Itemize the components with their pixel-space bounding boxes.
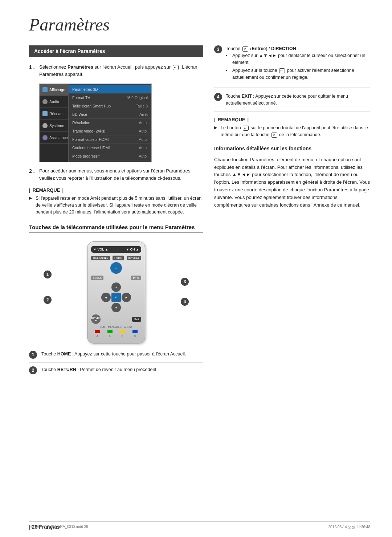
enter-icon-5 (271, 133, 277, 138)
callout-1: 1 (44, 270, 52, 278)
feature-callout-2: 2 (29, 366, 37, 374)
sidebar-reseau: Réseau (40, 108, 68, 120)
btn-a-label: A (97, 335, 98, 337)
remarque-title-2: | REMARQUE | (214, 117, 370, 122)
remarque-block-1: | REMARQUE | ▶ Si l'appareil reste en mo… (29, 187, 203, 215)
feature-row-2: 2 Touche RETURN : Permet de revenir au m… (29, 363, 203, 378)
bullet-icon-2: • (226, 67, 230, 81)
setting-row-smart: Taille écran Smart Hub Taille 3 (69, 102, 151, 110)
nav-up-btn: ▲ (111, 282, 121, 292)
setting-value: Auto. (139, 129, 148, 133)
display-icon (42, 87, 48, 92)
sub-label-1: SUB (100, 326, 105, 328)
setting-value: Auto. (139, 121, 148, 125)
color-buttons-row (91, 330, 141, 333)
btn-b-green (107, 330, 113, 333)
remarque-title-1: | REMARQUE | (29, 187, 203, 193)
btn-d-label: D (134, 335, 136, 337)
reseau-icon (42, 111, 48, 116)
right-callout-4: 4 (214, 93, 222, 101)
bullet-arrow-icon: ▶ (29, 195, 33, 215)
nav-center-btn: ↵ (111, 293, 121, 302)
page: Paramètres Accéder à l'écran Paramètres … (0, 0, 392, 537)
settings-sidebar: Affichage Audio Réseau Système (40, 84, 69, 162)
enter-icon-1 (173, 65, 179, 70)
btn-c-label: C (121, 335, 123, 337)
callout-2: 2 (44, 296, 52, 304)
btn-a-red (95, 330, 100, 333)
systeme-icon (42, 123, 48, 128)
page-number: 26 (32, 524, 38, 530)
remote-row-return: RETURN ↩ ExIt (91, 314, 141, 324)
sidebar-systeme: Système (40, 120, 68, 132)
bullet-arrow-icon-2: ▶ (214, 125, 219, 138)
btn-b-label: B (109, 335, 111, 337)
setting-row-3d: Paramètres 3D (69, 85, 151, 94)
remote-top-bar: ▼ VOL ▲ | ▼ CH ▲ (91, 246, 141, 253)
info-section-text: Chaque fonction Paramètres, élément de m… (214, 156, 370, 209)
setting-label: Taille écran Smart Hub (72, 104, 111, 108)
sub-label-3: MG.ST (124, 326, 132, 328)
smart-hub-row: ⌂ (91, 262, 141, 274)
tools-btn: TOOLS (91, 276, 103, 280)
settings-content: Paramètres 3D Format TV 16:9 Original Ta… (69, 84, 151, 162)
remote-row-home: FULL SCREEN HOME IN TYPE+2 (91, 256, 141, 260)
setting-row-couleur: Couleur intense HDMI Auto. (69, 144, 151, 152)
step-1-content: Sélectionnez Paramètres sur l'écran Accu… (39, 64, 203, 78)
callout-2-marker: 2 (44, 296, 52, 304)
setting-label: Trame vidéo (24Fs) (72, 129, 105, 133)
setting-label: Mode progressif (72, 154, 99, 158)
btn-d-blue (132, 330, 138, 333)
section-heading: Accéder à l'écran Paramètres (29, 45, 203, 57)
fullscreen-btn: FULL SCREEN (91, 256, 110, 260)
ch-label: ▼ CH ▲ (126, 248, 139, 251)
intype-btn: IN TYPE+2 (127, 256, 141, 260)
step-2: 2 . Pour accéder aux menus, sous-menus e… (29, 167, 203, 182)
feature-callout-1: 1 (29, 351, 37, 359)
setting-row-trame: Trame vidéo (24Fs) Auto. (69, 127, 151, 135)
setting-label: Couleur intense HDMI (72, 146, 110, 150)
right-content-3: Touche (Entrée) / DIRECTION : • Appuyez … (226, 45, 370, 82)
audio-icon (42, 99, 48, 104)
sub-label-2: MENU/REC (108, 326, 121, 328)
main-content: Accéder à l'écran Paramètres 1 . Sélecti… (29, 45, 370, 378)
smart-hub-btn: ⌂ (110, 262, 122, 274)
language-label: Français (39, 524, 60, 530)
left-column: Accéder à l'écran Paramètres 1 . Sélecti… (29, 45, 203, 378)
setting-value: Arrêt (139, 112, 148, 117)
settings-menu-screenshot: Affichage Audio Réseau Système (39, 84, 152, 162)
btn-c-yellow (120, 330, 125, 333)
feature-row-1: 1 Touche HOME : Appuyez sur cette touche… (29, 347, 203, 363)
setting-value: Auto. (139, 154, 148, 158)
direction-list: • Appuyez sur ▲▼◄► pour déplacer le curs… (226, 52, 370, 81)
exit-btn: ExIt (132, 317, 141, 322)
enter-icon-4 (243, 126, 249, 131)
remarque-text-2: ▶ Le bouton sur le panneau frontal de l'… (214, 125, 370, 138)
setting-row-format: Format couleur HDMI Auto. (69, 135, 151, 144)
nav-right-btn: ► (122, 293, 131, 302)
nav-cross: ▲ ◄ ↵ ► ▼ (101, 282, 131, 312)
nav-left-btn: ◄ (101, 293, 111, 302)
right-content-4: Touche EXIT : Appuyez sur cette touche p… (226, 93, 370, 107)
setting-label: BD Wise (72, 112, 87, 117)
remarque-block-2: | REMARQUE | ▶ Le bouton sur le panneau … (214, 117, 370, 138)
assistance-icon (42, 135, 48, 140)
feature-desc-2: Touche RETURN : Permet de revenir au men… (41, 366, 158, 373)
callout-3-marker: 3 (181, 278, 189, 286)
bullet-icon-1: • (226, 52, 230, 66)
feature-desc-1: Touche HOME : Appuyez sur cette touche p… (41, 351, 186, 358)
right-item-3: 3 Touche (Entrée) / DIRECTION : • Appuye… (214, 45, 370, 88)
callout-4-marker: 4 (181, 298, 189, 306)
right-column: 3 Touche (Entrée) / DIRECTION : • Appuye… (214, 45, 370, 378)
step-1-number: 1 . (29, 64, 36, 78)
setting-value: Taille 3 (136, 104, 148, 108)
remote-control: ▼ VOL ▲ | ▼ CH ▲ FULL SCREEN HOME IN TYP… (87, 241, 145, 343)
setting-label: Format couleur HDMI (72, 137, 109, 142)
page-title: Paramètres (29, 15, 370, 34)
home-btn: HOME (113, 256, 124, 260)
callout-3: 3 (181, 278, 189, 286)
color-labels-row: A B C D (91, 335, 141, 337)
setting-row-tv: Format TV 16:9 Original (69, 94, 151, 102)
remote-center: ▼ VOL ▲ | ▼ CH ▲ FULL SCREEN HOME IN TYP… (40, 238, 192, 347)
remote-row-tools: TOOLS INFO (91, 276, 141, 280)
